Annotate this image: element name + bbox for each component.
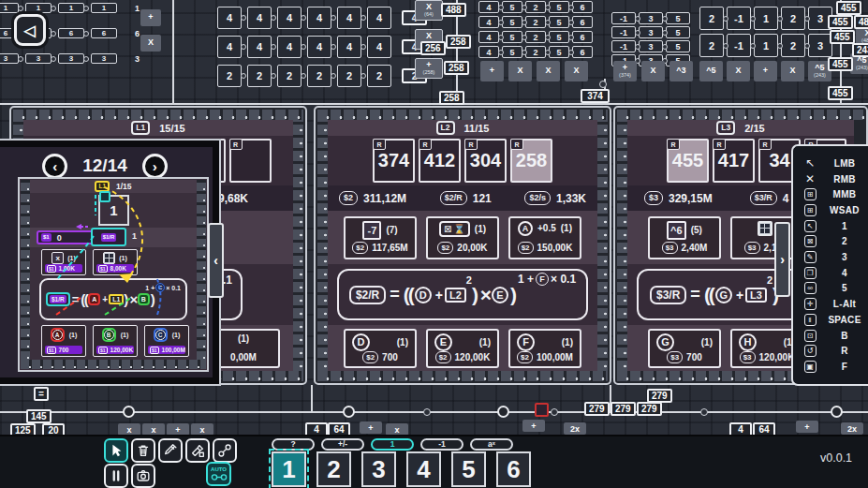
- node-cell[interactable]: 1: [0, 3, 19, 13]
- node-cell[interactable]: -1: [611, 40, 636, 52]
- node-cell[interactable]: 4: [217, 7, 242, 29]
- slot-mode-button[interactable]: +/-: [321, 438, 364, 451]
- node-cell[interactable]: 2: [277, 65, 302, 87]
- number-tile[interactable]: R 417: [713, 139, 755, 183]
- variable-card[interactable]: F(1) $2100,00M: [508, 329, 581, 368]
- node-cell[interactable]: 5: [666, 40, 690, 52]
- node-cell[interactable]: 4: [367, 36, 391, 58]
- node-cell[interactable]: -1: [611, 12, 636, 24]
- node-cell[interactable]: 1: [25, 3, 51, 13]
- node-cell[interactable]: 3: [25, 53, 51, 64]
- number-slot[interactable]: 5: [451, 451, 486, 487]
- node-cell[interactable]: 2: [699, 34, 724, 57]
- number-tile[interactable]: R: [229, 139, 272, 183]
- node-cell[interactable]: 2: [781, 34, 805, 57]
- node-cell[interactable]: 5: [549, 31, 569, 43]
- node-cell[interactable]: 2: [337, 65, 361, 87]
- node-cell[interactable]: 4: [277, 7, 302, 29]
- node-cell[interactable]: 5: [502, 16, 522, 28]
- operator-node[interactable]: X: [537, 61, 560, 81]
- node-cell[interactable]: 4: [337, 7, 361, 29]
- wire-node[interactable]: [343, 406, 355, 418]
- operator-node[interactable]: X: [727, 61, 750, 81]
- node-cell[interactable]: 5: [502, 31, 522, 43]
- node-cell[interactable]: 4: [247, 36, 272, 58]
- node-cell[interactable]: 4: [478, 1, 499, 13]
- link-tool-button[interactable]: [213, 438, 237, 463]
- node-cell[interactable]: 4: [247, 7, 272, 29]
- next-page-button[interactable]: ›: [142, 154, 168, 179]
- node-cell[interactable]: 2: [307, 65, 331, 87]
- operator-node[interactable]: X: [781, 61, 804, 81]
- node-cell[interactable]: 2: [525, 16, 546, 28]
- number-tile[interactable]: R 374: [373, 139, 415, 183]
- node-cell[interactable]: 4: [217, 36, 242, 58]
- node-cell[interactable]: 1: [58, 3, 84, 13]
- selected-node[interactable]: [535, 403, 549, 417]
- variable-card[interactable]: E(1) $2120,00K: [426, 329, 499, 368]
- node-cell[interactable]: 2: [525, 31, 546, 43]
- node-cell[interactable]: 1: [91, 3, 117, 13]
- node-cell[interactable]: 5: [502, 1, 522, 13]
- node-cell[interactable]: 5: [502, 46, 522, 58]
- operator-node[interactable]: +: [480, 61, 504, 81]
- number-tile[interactable]: R 412: [419, 139, 461, 183]
- node-cell[interactable]: 6: [572, 46, 593, 58]
- node-cell[interactable]: 2: [367, 65, 391, 87]
- slot-mode-button[interactable]: ?: [272, 438, 315, 451]
- pause-button[interactable]: [104, 464, 128, 488]
- node-cell[interactable]: 3: [639, 26, 663, 38]
- node-cell[interactable]: 2: [525, 46, 546, 58]
- number-slot[interactable]: 2: [316, 451, 351, 487]
- variable-card[interactable]: D(1) $2700: [344, 329, 417, 368]
- node-cell[interactable]: 3: [639, 12, 663, 24]
- operator-node[interactable]: X: [565, 61, 588, 81]
- node-cell[interactable]: -1: [727, 34, 751, 57]
- operator-node[interactable]: +: [754, 61, 777, 81]
- node-cell[interactable]: 5: [666, 26, 690, 38]
- slot-mode-button[interactable]: 1: [371, 438, 414, 451]
- variable-card[interactable]: C(1) $1100,00M: [144, 325, 189, 357]
- pipette-tool-button[interactable]: [158, 438, 183, 463]
- operator-node[interactable]: ^3: [669, 61, 693, 81]
- overlay-collapse-tab[interactable]: ‹: [208, 223, 224, 298]
- wire-node[interactable]: [497, 406, 509, 418]
- node-cell[interactable]: 5: [549, 46, 569, 58]
- operator-node[interactable]: X(64): [415, 0, 443, 21]
- node-cell[interactable]: 6: [572, 31, 593, 43]
- node-cell[interactable]: 4: [478, 46, 499, 58]
- number-slot[interactable]: 1: [272, 451, 306, 487]
- operator-node[interactable]: ^5: [699, 61, 723, 81]
- back-button[interactable]: ◁: [14, 14, 46, 46]
- node-cell[interactable]: 4: [277, 36, 302, 58]
- node-cell[interactable]: 2: [699, 7, 724, 30]
- node-cell[interactable]: -1: [611, 26, 636, 38]
- node-cell[interactable]: 2: [525, 1, 546, 13]
- variable-card[interactable]: B(1) $1120,00K: [93, 325, 138, 357]
- screenshot-button[interactable]: [131, 464, 155, 488]
- node-cell[interactable]: 3: [0, 53, 19, 64]
- slot-mode-button[interactable]: aˣ: [470, 438, 513, 451]
- node-cell[interactable]: 4: [478, 31, 499, 43]
- delete-tool-button[interactable]: [131, 438, 155, 463]
- node-cell[interactable]: 6: [58, 28, 84, 38]
- node-cell[interactable]: 3: [91, 53, 117, 64]
- node-cell[interactable]: 4: [307, 36, 331, 58]
- operator-node[interactable]: +: [140, 9, 161, 26]
- operator-node[interactable]: X: [641, 61, 665, 81]
- upgrade-card[interactable]: (1) $18,00K: [93, 249, 138, 275]
- sidebar-collapse-tab[interactable]: ›: [774, 222, 790, 297]
- operator-node[interactable]: +(374): [613, 61, 637, 81]
- node-cell[interactable]: 6: [572, 1, 593, 13]
- number-tile[interactable]: R 455: [667, 139, 709, 183]
- variable-card[interactable]: G(1) $3700: [648, 329, 721, 368]
- node-cell[interactable]: 3: [639, 40, 663, 52]
- rate-box[interactable]: $1/R: [91, 228, 126, 246]
- upgrade-card[interactable]: x(1) $11,00K: [41, 249, 86, 275]
- node-cell[interactable]: 5: [666, 12, 690, 24]
- node-cell[interactable]: -1: [727, 7, 751, 30]
- wire-node[interactable]: [831, 406, 843, 418]
- node-cell[interactable]: 4: [478, 16, 499, 28]
- upgrade-card[interactable]: A+0.5(1) $2150,00K: [508, 216, 581, 259]
- node-cell[interactable]: 1: [754, 7, 778, 30]
